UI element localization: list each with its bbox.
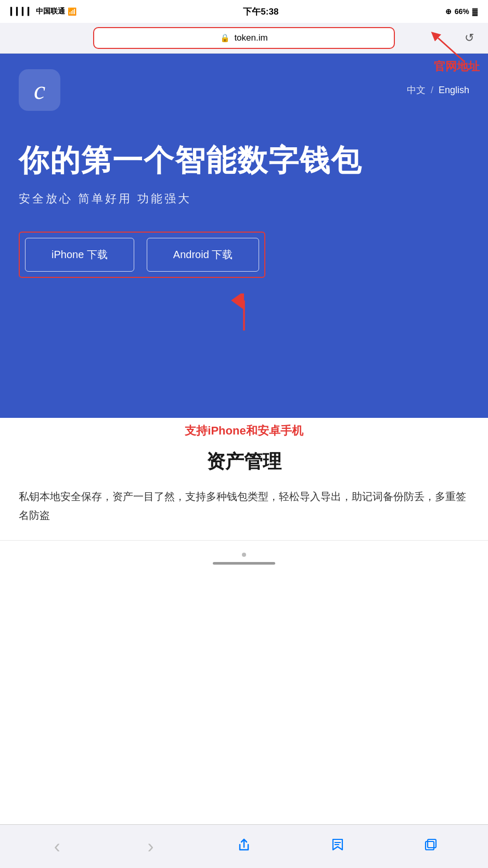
- signal-bars-icon: ▎▎▎▎: [10, 7, 33, 16]
- svg-rect-7: [428, 839, 436, 848]
- scroll-dot: [242, 553, 246, 557]
- lang-divider: /: [431, 85, 433, 96]
- battery-icon: ▓: [472, 7, 478, 16]
- battery-label: 66%: [455, 7, 469, 16]
- wifi-icon: 📶: [68, 7, 76, 16]
- lock-icon: 🔒: [220, 33, 230, 43]
- lang-cn-button[interactable]: 中文: [407, 84, 426, 96]
- svg-rect-6: [426, 841, 434, 850]
- share-button[interactable]: [231, 834, 257, 860]
- lang-en-button[interactable]: English: [439, 85, 469, 96]
- status-left: ▎▎▎▎ 中国联通 📶: [10, 7, 76, 16]
- official-label-annotation: 官网地址: [434, 59, 480, 74]
- status-right: ⊕ 66% ▓: [445, 7, 478, 16]
- back-button[interactable]: ‹: [44, 834, 70, 860]
- status-time: 下午5:38: [243, 6, 278, 18]
- location-icon: ⊕: [445, 7, 452, 16]
- url-bar[interactable]: 🔒 token.im: [93, 27, 395, 49]
- home-area: [0, 540, 488, 582]
- status-bar: ▎▎▎▎ 中国联通 📶 下午5:38 ⊕ 66% ▓: [0, 0, 488, 23]
- section-title: 资产管理: [19, 449, 469, 475]
- logo: c: [19, 69, 60, 111]
- url-text: token.im: [234, 33, 267, 43]
- bookmarks-button[interactable]: [325, 834, 351, 860]
- carrier-label: 中国联通: [36, 7, 65, 16]
- iphone-download-button[interactable]: iPhone 下载: [25, 238, 134, 272]
- content-section: 资产管理 私钥本地安全保存，资产一目了然，支持多种钱包类型，轻松导入导出，助记词…: [0, 439, 488, 540]
- download-buttons-group: iPhone 下载 Android 下载: [19, 232, 265, 278]
- section-body: 私钥本地安全保存，资产一目了然，支持多种钱包类型，轻松导入导出，助记词备份防丢，…: [19, 487, 469, 525]
- safari-bottom-nav: ‹ ›: [0, 824, 488, 868]
- share-icon: [237, 837, 251, 856]
- language-switcher[interactable]: 中文 / English: [407, 84, 469, 96]
- logo-symbol: c: [34, 75, 45, 105]
- hero-title: 你的第一个智能数字钱包: [19, 142, 469, 178]
- up-arrow-annotation: [19, 293, 469, 335]
- tabs-button[interactable]: [418, 834, 444, 860]
- home-indicator: [213, 562, 275, 565]
- upper-right-arrow-icon: [428, 30, 474, 67]
- back-icon: ‹: [54, 836, 60, 858]
- browser-bar: 🔒 token.im ↺: [0, 23, 488, 54]
- svg-line-0: [438, 38, 464, 61]
- hero-subtitle: 安全放心 简单好用 功能强大: [19, 191, 469, 207]
- support-annotation: 支持iPhone和安卓手机: [0, 418, 488, 439]
- forward-icon: ›: [147, 836, 153, 858]
- forward-button[interactable]: ›: [137, 834, 163, 860]
- android-download-button[interactable]: Android 下载: [147, 238, 260, 272]
- hero-section: 官网地址 c 中文 / English 你的第一个智能数字钱包 安全放心 简单好…: [0, 54, 488, 418]
- tabs-icon: [423, 837, 438, 856]
- bookmarks-icon: [330, 837, 345, 856]
- hero-nav: c 中文 / English: [19, 69, 469, 111]
- up-arrow-icon: [228, 293, 260, 335]
